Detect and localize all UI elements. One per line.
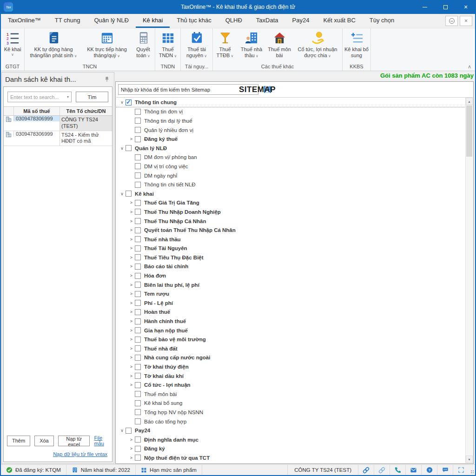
tree-item-label[interactable]: Quản lý nhiều đơn vị bbox=[144, 127, 193, 133]
tree-item-label[interactable]: Báo cáo tổng hợp bbox=[144, 419, 186, 424]
table-row[interactable]: 0309478306999TS24 - Kiểm thử HĐĐT có mã bbox=[4, 131, 112, 146]
tree-item[interactable]: ∨Quản lý NLĐ bbox=[116, 144, 465, 153]
tree-item[interactable]: Kê khai bổ sung bbox=[116, 399, 465, 408]
tree-item[interactable]: Tổng hợp NV nộp NSNN bbox=[116, 408, 465, 417]
chevron-right-icon[interactable]: > bbox=[128, 237, 135, 242]
tree-item[interactable]: >Thuế nhà thầu bbox=[116, 235, 465, 244]
tree-item[interactable]: DM đơn vị/ phòng ban bbox=[116, 153, 465, 162]
tree-item-label[interactable]: Gia hạn nộp thuế bbox=[144, 328, 188, 333]
tree-item-label[interactable]: Định nghĩa danh mục bbox=[144, 437, 198, 443]
ribbon-button-doc-auto[interactable]: KK tự động hàng tháng/lần phát sinh ∨ bbox=[25, 28, 82, 63]
tree-checkbox[interactable] bbox=[135, 382, 141, 388]
link2-icon[interactable] bbox=[374, 465, 390, 475]
tree-checkbox[interactable] bbox=[126, 428, 132, 434]
ribbon-button-house[interactable]: Thuế môn bài bbox=[266, 28, 293, 63]
tree-checkbox[interactable] bbox=[126, 145, 132, 151]
tree-item[interactable]: Thuế môn bài bbox=[116, 390, 465, 399]
chevron-right-icon[interactable]: > bbox=[128, 246, 135, 251]
tree-item-label[interactable]: Đăng ký bbox=[144, 446, 165, 451]
chevron-right-icon[interactable]: > bbox=[128, 346, 135, 351]
tab-qlh-[interactable]: QLHĐ bbox=[218, 14, 249, 28]
tree-item[interactable]: >Tờ khai dầu khí bbox=[116, 371, 465, 381]
combo-dropdown-icon[interactable]: ▾ bbox=[67, 95, 69, 99]
tree-checkbox[interactable] bbox=[135, 364, 141, 370]
tree-item-label[interactable]: Phí - Lệ phí bbox=[144, 300, 173, 306]
tree-checkbox[interactable] bbox=[135, 355, 141, 361]
save-icon[interactable] bbox=[262, 84, 273, 95]
chevron-down-icon[interactable]: ∨ bbox=[119, 428, 126, 433]
tree-item[interactable]: ∨Pay24 bbox=[116, 426, 465, 435]
chevron-down-icon[interactable]: ∨ bbox=[119, 100, 126, 105]
tree-item-label[interactable]: Thuế nhà thầu bbox=[144, 237, 181, 242]
tree-checkbox[interactable] bbox=[135, 218, 141, 224]
tree-item[interactable]: >Đăng ký bbox=[116, 444, 465, 454]
chevron-right-icon[interactable]: > bbox=[128, 210, 135, 214]
tree-item-label[interactable]: Thuế Tiêu Thụ Đặc Biệt bbox=[144, 255, 204, 260]
tree-item-label[interactable]: Nộp thuế điện tử qua TCT bbox=[144, 455, 210, 461]
tree-checkbox[interactable] bbox=[135, 436, 141, 443]
tree-item-label[interactable]: Hành chính thuế bbox=[144, 318, 186, 324]
tree-item-label[interactable]: Thuế nhà đất bbox=[144, 346, 178, 351]
tree-checkbox[interactable] bbox=[135, 163, 141, 169]
tab-k-khai[interactable]: Kê khai bbox=[136, 14, 170, 28]
tree-checkbox[interactable] bbox=[135, 273, 141, 279]
button-th-m[interactable]: Thêm bbox=[7, 436, 30, 446]
tree-item[interactable]: >Cổ tức - lợi nhuận bbox=[116, 380, 465, 390]
chevron-right-icon[interactable]: > bbox=[128, 228, 135, 232]
tree-checkbox[interactable] bbox=[126, 99, 132, 106]
tree-item-label[interactable]: Hoàn thuế bbox=[144, 309, 170, 315]
chevron-right-icon[interactable]: > bbox=[128, 364, 135, 369]
minimize-button[interactable] bbox=[415, 0, 435, 14]
tree-item[interactable]: >Tờ khai thủy điện bbox=[116, 362, 465, 371]
tree-item-label[interactable]: Kê khai bbox=[135, 191, 154, 197]
tab-tt-chung[interactable]: TT chung bbox=[48, 14, 87, 28]
tab-t-y-ch-n[interactable]: Tùy chọn bbox=[363, 14, 401, 28]
ribbon-button-list-plus[interactable]: Kê khai bổ sung bbox=[343, 28, 370, 63]
combo-dropdown-icon[interactable]: ▾ bbox=[254, 87, 256, 92]
tab-taxonline-[interactable]: TaxOnline™ bbox=[1, 14, 48, 28]
tree-item-label[interactable]: Thuế Thu Nhập Doanh Nghiệp bbox=[144, 209, 221, 215]
tree-item-label[interactable]: DM đơn vị/ phòng ban bbox=[144, 154, 197, 160]
tree-item-label[interactable]: Quyết toán Thuế Thu Nhập Cá Nhân bbox=[144, 227, 236, 233]
tree-item[interactable]: >Định nghĩa danh mục bbox=[116, 435, 465, 444]
tree-checkbox[interactable] bbox=[135, 236, 141, 242]
tree-item[interactable]: >Biên lai thu phí, lệ phí bbox=[116, 280, 465, 290]
tree-item[interactable]: DM ngày nghỉ bbox=[116, 171, 465, 180]
column-tax-code[interactable]: Mã số thuế bbox=[13, 107, 60, 115]
tree-item[interactable]: Thông tin chi tiết NLĐ bbox=[116, 180, 465, 189]
tree-checkbox[interactable] bbox=[135, 291, 141, 297]
file-template-link[interactable]: File mẫu bbox=[94, 435, 109, 446]
tree-checkbox[interactable] bbox=[135, 209, 141, 215]
ribbon-minimize-button[interactable] bbox=[445, 16, 458, 26]
tree-checkbox[interactable] bbox=[135, 227, 141, 233]
load-vntax-link[interactable]: Nạp dữ liệu từ file vntax bbox=[53, 451, 107, 457]
tree-item-label[interactable]: Hóa đơn bbox=[144, 273, 166, 278]
button-x-a[interactable]: Xóa bbox=[34, 436, 54, 446]
tree-item-label[interactable]: Quản lý NLĐ bbox=[135, 145, 167, 151]
chevron-down-icon[interactable]: ∨ bbox=[119, 192, 126, 196]
tree-checkbox[interactable] bbox=[135, 136, 141, 142]
tree-item-label[interactable]: Thuế bảo vệ môi trường bbox=[144, 337, 206, 342]
tree-item[interactable]: >Thuế nhà đất bbox=[116, 344, 465, 353]
tree-item[interactable]: >Thuế Tài Nguyên bbox=[116, 244, 465, 253]
tree-checkbox[interactable] bbox=[135, 254, 141, 260]
chevron-right-icon[interactable]: > bbox=[128, 301, 135, 305]
chevron-right-icon[interactable]: > bbox=[128, 319, 135, 324]
tree-item[interactable]: >Thuế bảo vệ môi trường bbox=[116, 335, 465, 344]
chevron-right-icon[interactable]: > bbox=[128, 383, 135, 387]
tree-item[interactable]: >Thuế Giá Trị Gia Tăng bbox=[116, 198, 465, 208]
tree-checkbox[interactable] bbox=[135, 172, 141, 178]
tree-item[interactable]: ∨Thông tin chung bbox=[116, 98, 465, 107]
help-icon[interactable]: ? bbox=[421, 465, 437, 475]
tree-checkbox[interactable] bbox=[135, 154, 141, 160]
tree-item[interactable]: >Thuế Thu Nhập Doanh Nghiệp bbox=[116, 207, 465, 217]
ribbon-button-funnel[interactable]: Thuế TTĐB ∨ bbox=[213, 28, 237, 63]
tree-checkbox[interactable] bbox=[135, 455, 141, 461]
tree-item[interactable]: >Nộp NSNN qua ngân hàng bbox=[116, 463, 465, 463]
tree-item[interactable]: >Thuế Thu Nhập Cá Nhân bbox=[116, 217, 465, 226]
scrollbar-thumb[interactable] bbox=[466, 106, 472, 157]
tree-item-label[interactable]: Pay24 bbox=[135, 428, 150, 433]
tree-item-label[interactable]: Thông tin đơn vị bbox=[144, 109, 183, 114]
ribbon-collapse-chevron-icon[interactable]: ∧ bbox=[468, 64, 471, 70]
tree-checkbox[interactable] bbox=[135, 400, 141, 406]
